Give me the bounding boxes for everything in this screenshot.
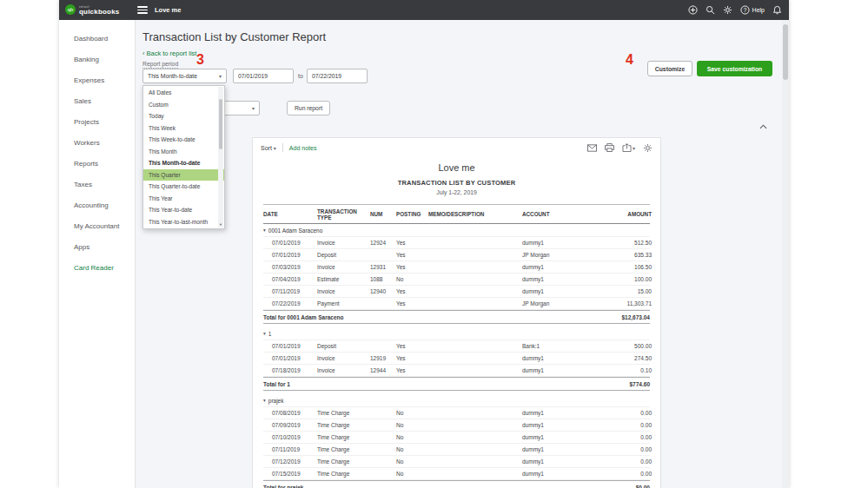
table-cell: Yes xyxy=(396,353,428,364)
table-cell: Yes xyxy=(396,286,428,297)
sidebar-item-banking[interactable]: Banking xyxy=(59,49,135,70)
sidebar-item-dashboard[interactable]: Dashboard xyxy=(59,29,135,49)
collapse-filters-chevron-icon[interactable] xyxy=(759,117,767,133)
sidebar-item-projects[interactable]: Projects xyxy=(59,112,135,133)
print-icon[interactable] xyxy=(605,143,614,152)
run-report-button[interactable]: Run report xyxy=(287,101,330,115)
notifications-bell-icon[interactable] xyxy=(772,5,782,15)
table-cell: 0.00 xyxy=(600,432,652,443)
sidebar-item-accounting[interactable]: Accounting xyxy=(59,195,135,216)
customize-button[interactable]: Customize xyxy=(647,61,692,76)
page-scrollbar[interactable] xyxy=(782,20,789,488)
sidebar-item-card-reader[interactable]: Card Reader xyxy=(59,258,135,279)
create-plus-icon[interactable] xyxy=(688,5,698,15)
table-row[interactable]: 07/11/2019Time ChargeNodummy10.00 xyxy=(263,444,650,456)
group-total-row: Total for prajek$0.00 xyxy=(263,480,650,488)
table-row[interactable]: 07/10/2019Time ChargeNodummy10.00 xyxy=(263,432,650,444)
search-icon[interactable] xyxy=(706,5,715,15)
sidebar-item-sales[interactable]: Sales xyxy=(59,91,135,112)
report-period-select[interactable]: This Month-to-date ▾ xyxy=(142,69,227,83)
table-row[interactable]: 07/01/2019DepositYesJP Morgan635.33 xyxy=(263,249,650,261)
add-notes-link[interactable]: Add notes xyxy=(289,145,317,151)
save-customization-button[interactable]: Save customization xyxy=(697,61,772,76)
dropdown-option[interactable]: This Month xyxy=(143,146,224,158)
table-row[interactable]: 07/04/2019Estimate1088Nodummy1100.00 xyxy=(263,274,650,286)
table-row[interactable]: 07/03/2019Invoice12931Yesdummy1106.50 xyxy=(263,261,650,274)
scroll-down-arrow-icon[interactable]: ▼ xyxy=(218,222,223,227)
table-cell: dummy1 xyxy=(522,419,600,431)
sidebar-item-workers[interactable]: Workers xyxy=(59,133,135,154)
dropdown-option[interactable]: This Month-to-date xyxy=(143,157,224,169)
help-button[interactable]: ? Help xyxy=(740,5,765,15)
email-icon[interactable] xyxy=(587,144,597,152)
sort-button[interactable]: Sort ▾ xyxy=(261,145,276,151)
dropdown-option[interactable]: This Year-to-last-month xyxy=(143,216,224,228)
table-cell: dummy1 xyxy=(522,237,600,248)
dropdown-option[interactable]: This Week xyxy=(143,122,224,135)
report-title: TRANSACTION LIST BY CUSTOMER xyxy=(253,179,660,187)
quickbooks-logo-icon: qb xyxy=(65,3,76,18)
group-header-row[interactable]: ▾prajek xyxy=(263,394,650,407)
table-row[interactable]: 07/12/2019Time ChargeNodummy10.00 xyxy=(263,456,650,468)
dropdown-option[interactable]: Custom xyxy=(143,99,224,111)
group-header-row[interactable]: ▾0001 Adam Saraceno xyxy=(263,224,650,237)
table-cell xyxy=(428,289,522,294)
table-cell xyxy=(370,447,396,452)
dropdown-option[interactable]: This Quarter-to-date xyxy=(143,181,224,193)
start-date-input[interactable] xyxy=(233,69,294,83)
table-row[interactable]: 07/22/2019PaymentYesJP Morgan11,303.71 xyxy=(263,298,650,310)
table-cell: JP Morgan xyxy=(522,298,600,309)
table-cell xyxy=(370,459,396,465)
dropdown-option[interactable]: This Year-to-date xyxy=(143,204,224,216)
table-row[interactable]: 07/18/2019Invoice12944Yesdummy10.10 xyxy=(263,365,650,377)
table-cell: dummy1 xyxy=(522,286,600,297)
dropdown-scrollbar-thumb[interactable] xyxy=(219,99,222,149)
sidebar-item-apps[interactable]: Apps xyxy=(59,237,135,258)
table-cell xyxy=(428,241,522,246)
dropdown-option[interactable]: This Quarter xyxy=(143,169,224,181)
sidebar-item-reports[interactable]: Reports xyxy=(59,154,135,175)
group-header-row[interactable]: ▾1 xyxy=(263,327,650,340)
hamburger-menu-icon[interactable] xyxy=(137,6,148,14)
collapse-caret-icon[interactable]: ▾ xyxy=(263,398,266,403)
table-cell: 0.00 xyxy=(600,419,652,431)
table-cell: 0.00 xyxy=(600,444,652,455)
table-cell: dummy1 xyxy=(522,456,600,467)
end-date-input[interactable] xyxy=(307,69,368,83)
quickbooks-logo[interactable]: qb intuit quickbooks xyxy=(59,3,136,18)
table-cell: 0.00 xyxy=(600,468,652,479)
annotation-step-3: 3 xyxy=(196,52,204,68)
table-cell: Yes xyxy=(396,298,428,309)
table-row[interactable]: 07/15/2019Time ChargeNodummy10.00 xyxy=(263,468,650,480)
export-icon[interactable]: ▾ xyxy=(622,143,635,152)
collapse-caret-icon[interactable]: ▾ xyxy=(263,331,266,336)
table-cell: Invoice xyxy=(317,286,370,297)
table-cell: Deposit xyxy=(317,340,370,352)
table-row[interactable]: 07/01/2019Invoice12919Yesdummy1274.50 xyxy=(263,353,650,365)
report-settings-gear-icon[interactable] xyxy=(643,143,653,153)
sidebar-item-taxes[interactable]: Taxes xyxy=(59,175,135,195)
sidebar-item-my-accountant[interactable]: My Accountant xyxy=(59,216,135,237)
table-row[interactable]: 07/01/2019Invoice12924Yesdummy1512.50 xyxy=(263,237,650,249)
table-cell: Deposit xyxy=(317,249,370,260)
back-to-report-list-link[interactable]: ‹ Back to report list xyxy=(142,49,196,57)
page-title: Transaction List by Customer Report xyxy=(142,30,326,43)
sidebar-item-expenses[interactable]: Expenses xyxy=(59,70,135,91)
dropdown-scrollbar[interactable]: ▼ xyxy=(218,87,223,228)
table-cell: Time Charge xyxy=(317,444,370,455)
table-cell: 15.00 xyxy=(600,286,652,297)
table-row[interactable]: 07/01/2019DepositYesBank:1500.00 xyxy=(263,340,650,353)
gear-icon[interactable] xyxy=(723,5,732,15)
period-dropdown-panel: All DatesCustomTodayThis WeekThis Week-t… xyxy=(142,85,225,229)
app-body: DashboardBankingExpensesSalesProjectsWor… xyxy=(59,20,789,488)
table-row[interactable]: 07/09/2019Time ChargeNodummy10.00 xyxy=(263,419,650,432)
dropdown-option[interactable]: This Week-to-date xyxy=(143,134,224,146)
table-row[interactable]: 07/08/2019Time ChargeNodummy10.00 xyxy=(263,407,650,419)
dropdown-option[interactable]: All Dates xyxy=(143,87,224,99)
page-scrollbar-thumb[interactable] xyxy=(783,24,788,80)
dropdown-option[interactable]: Today xyxy=(143,110,224,122)
collapse-caret-icon[interactable]: ▾ xyxy=(263,228,266,233)
dropdown-option[interactable]: This Year xyxy=(143,193,224,205)
table-cell xyxy=(428,368,522,373)
table-row[interactable]: 07/11/2019Invoice12940Yesdummy115.00 xyxy=(263,286,650,298)
